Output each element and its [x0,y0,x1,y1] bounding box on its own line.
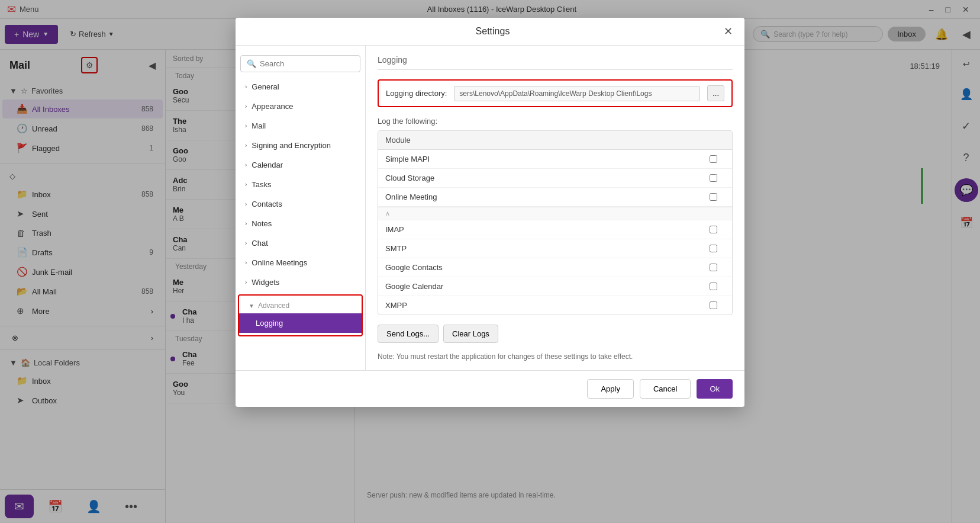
settings-nav-signing-label: Signing and Encryption [252,141,331,150]
settings-nav-appearance[interactable]: › Appearance [236,97,365,116]
checkbox-xmpp[interactable] [710,301,717,309]
chevron-right-calendar: › [245,162,247,168]
module-smtp: SMTP [385,244,701,253]
advanced-group-highlighted: ▼ Advanced Logging [238,294,363,336]
checkbox-cloud-storage[interactable] [710,174,717,182]
module-google-contacts: Google Contacts [385,263,701,272]
chevron-right-notes: › [245,220,247,227]
log-actions: Send Logs... Clear Logs [378,325,733,343]
app-window: ✉ Menu All Inboxes (1116) - IceWarp Desk… [0,0,980,523]
log-row-scroll-indicator: ∧ [378,207,732,220]
settings-nav-logging-label: Logging [256,319,283,328]
settings-nav-chat[interactable]: › Chat [236,233,365,253]
settings-nav-signing[interactable]: › Signing and Encryption [236,136,365,155]
module-cloud-storage: Cloud Storage [385,174,701,182]
settings-nav-notes-label: Notes [252,219,272,228]
chevron-right-appearance: › [245,103,247,110]
settings-dialog: Settings ✕ 🔍 › General › [236,18,744,407]
log-row-cloud-storage: Cloud Storage [378,169,732,188]
settings-nav-meetings[interactable]: › Online Meetings [236,253,365,272]
settings-nav-calendar-label: Calendar [252,161,283,169]
settings-nav-contacts-label: Contacts [252,200,282,208]
log-row-simple-mapi: Simple MAPI [378,150,732,169]
settings-section-title: Logging [378,55,733,70]
settings-nav: 🔍 › General › Appearance › Mail [236,46,366,370]
settings-search-wrapper: 🔍 [240,55,360,72]
module-online-meeting: Online Meeting [385,192,701,201]
log-row-online-meeting: Online Meeting [378,188,732,207]
settings-nav-contacts[interactable]: › Contacts [236,194,365,214]
checkbox-smtp[interactable] [710,245,717,252]
chevron-right-mail: › [245,123,247,129]
apply-button[interactable]: Apply [587,379,634,399]
settings-dialog-title: Settings [262,26,724,37]
module-imap: IMAP [385,225,701,234]
chevron-right-widgets: › [245,279,247,285]
settings-nav-meetings-label: Online Meetings [252,258,307,267]
settings-close-button[interactable]: ✕ [724,25,733,38]
module-simple-mapi: Simple MAPI [385,155,701,163]
checkbox-google-contacts[interactable] [710,264,717,271]
chevron-right-chat: › [245,240,247,246]
settings-search-icon: 🔍 [247,59,256,68]
chevron-down-advanced: ▼ [249,303,254,309]
settings-nav-general[interactable]: › General [236,77,365,97]
settings-nav-tasks[interactable]: › Tasks [236,175,365,194]
module-column-header: Module [385,136,701,145]
cancel-button[interactable]: Cancel [640,379,691,399]
log-row-xmpp: XMPP [378,296,732,315]
logging-dir-browse-button[interactable]: ... [707,85,724,101]
settings-nav-calendar[interactable]: › Calendar [236,155,365,175]
log-table-header: Module [378,131,732,150]
settings-content: Logging Logging directory: ... Log the f… [366,46,744,370]
checkbox-imap[interactable] [710,226,717,233]
checkbox-online-meeting[interactable] [710,193,717,201]
settings-nav-logging[interactable]: Logging [239,313,362,333]
clear-logs-button[interactable]: Clear Logs [443,325,498,343]
chevron-right-signing: › [245,142,247,149]
settings-nav-general-label: General [252,82,279,91]
log-following-label: Log the following: [378,117,733,126]
logging-dir-row: Logging directory: ... [378,79,733,107]
settings-nav-advanced-group[interactable]: ▼ Advanced [239,298,362,313]
checkbox-google-calendar[interactable] [710,283,717,290]
logging-dir-label: Logging directory: [386,89,447,98]
settings-nav-notes[interactable]: › Notes [236,214,365,233]
settings-dialog-body: 🔍 › General › Appearance › Mail [236,46,744,370]
settings-nav-widgets-label: Widgets [252,278,279,287]
ok-button[interactable]: Ok [697,379,733,399]
chevron-right-meetings: › [245,259,247,266]
settings-nav-tasks-label: Tasks [252,180,271,189]
settings-nav-chat-label: Chat [252,239,267,248]
scroll-chevron-up: ∧ [385,210,390,217]
send-logs-button[interactable]: Send Logs... [378,325,439,343]
settings-nav-appearance-label: Appearance [252,102,293,111]
chevron-right-contacts: › [245,201,247,207]
chevron-right-general: › [245,84,247,90]
settings-nav-mail[interactable]: › Mail [236,116,365,136]
modal-overlay: Settings ✕ 🔍 › General › [0,0,980,523]
log-row-google-calendar: Google Calendar [378,277,732,296]
settings-nav-widgets[interactable]: › Widgets [236,272,365,292]
settings-note: Note: You must restart the application f… [378,352,733,361]
chevron-right-tasks: › [245,181,247,188]
settings-search-input[interactable] [260,59,354,68]
settings-nav-mail-label: Mail [252,121,266,130]
checkbox-simple-mapi[interactable] [710,155,717,163]
settings-nav-advanced-label: Advanced [258,301,289,310]
log-row-imap: IMAP [378,220,732,239]
log-table: Module Simple MAPI Cloud Storage On [378,130,733,315]
settings-dialog-header: Settings ✕ [236,18,744,46]
log-row-smtp: SMTP [378,239,732,258]
module-google-calendar: Google Calendar [385,282,701,291]
logging-dir-input[interactable] [454,86,700,101]
settings-footer: Apply Cancel Ok [236,370,744,407]
log-row-google-contacts: Google Contacts [378,258,732,277]
module-xmpp: XMPP [385,301,701,310]
